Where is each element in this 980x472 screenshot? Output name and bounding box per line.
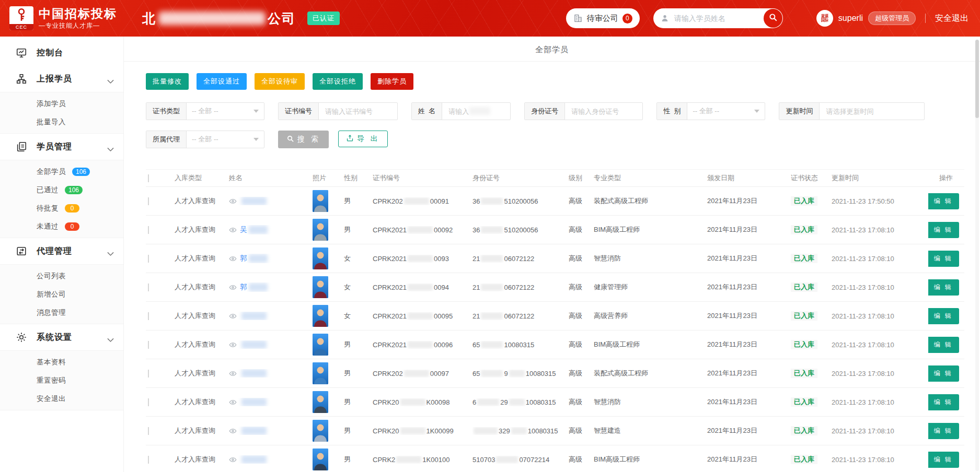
- row-checkbox[interactable]: [148, 312, 149, 320]
- set-all-reject-button[interactable]: 全部设拒绝: [313, 73, 363, 90]
- row-checkbox[interactable]: [148, 427, 149, 435]
- status-badge: 已入库: [791, 311, 817, 321]
- edit-button[interactable]: 编 辑: [928, 193, 959, 209]
- update-time-input[interactable]: [825, 107, 919, 116]
- select-all-checkbox[interactable]: [148, 174, 149, 182]
- sidebar-section-system-settings[interactable]: 系统设置: [0, 324, 123, 350]
- level: 高级: [569, 369, 594, 378]
- eye-icon[interactable]: [229, 197, 237, 205]
- cert-no-input[interactable]: [324, 107, 392, 116]
- sidebar-item-passed[interactable]: 已通过 106: [0, 181, 123, 199]
- edit-button[interactable]: 编 辑: [928, 222, 959, 238]
- row-checkbox[interactable]: [148, 398, 149, 406]
- eye-icon[interactable]: [229, 312, 237, 320]
- brand-subtitle: —专业技能人才库—: [39, 21, 117, 30]
- edit-button[interactable]: 编 辑: [928, 251, 959, 267]
- edit-button[interactable]: 编 辑: [928, 279, 959, 296]
- filter-row-2: 所属代理-- 全部 -- 搜 索 导 出: [146, 131, 964, 148]
- eye-icon[interactable]: [229, 255, 237, 263]
- eye-icon[interactable]: [229, 370, 237, 377]
- submenu-agent-mgmt: 公司列表 新增公司 消息管理: [0, 264, 123, 324]
- edit-button[interactable]: 编 辑: [928, 394, 959, 410]
- student-photo: [313, 219, 328, 241]
- sidebar-section-student-mgmt[interactable]: 学员管理: [0, 134, 123, 160]
- count-badge: 106: [72, 168, 90, 176]
- page-title: 全部学员: [124, 37, 980, 62]
- logout-link[interactable]: 安全退出: [935, 13, 969, 24]
- row-checkbox[interactable]: [148, 226, 149, 234]
- status-badge: 已入库: [791, 426, 817, 435]
- eye-icon[interactable]: [229, 341, 237, 349]
- cert-number: CPRK20K00098: [373, 398, 472, 406]
- row-checkbox[interactable]: [148, 341, 149, 349]
- sidebar-section-dashboard[interactable]: 控制台: [0, 40, 123, 66]
- search-icon: [286, 135, 297, 144]
- eye-icon[interactable]: [229, 456, 237, 464]
- org-icon: [16, 73, 27, 85]
- sidebar-item-message-mgmt[interactable]: 消息管理: [0, 303, 123, 322]
- edit-button[interactable]: 编 辑: [928, 365, 959, 382]
- set-all-review-button[interactable]: 全部设待审: [255, 73, 305, 90]
- sidebar-item-safe-logout[interactable]: 安全退出: [0, 390, 123, 408]
- col-header: 证书编号: [373, 173, 472, 183]
- edit-button[interactable]: 编 辑: [928, 423, 959, 439]
- row-checkbox[interactable]: [148, 370, 149, 377]
- edit-button[interactable]: 编 辑: [928, 308, 959, 324]
- redacted-text: [481, 370, 503, 377]
- selected-value: -- 全部 --: [693, 107, 719, 116]
- level: 高级: [569, 397, 594, 407]
- id-no-input[interactable]: [570, 107, 637, 116]
- redacted-name: [241, 312, 267, 320]
- set-all-pass-button[interactable]: 全部设通过: [197, 73, 247, 90]
- update-time: 2021-11-23 17:08:10: [832, 255, 928, 263]
- row-checkbox[interactable]: [148, 284, 149, 291]
- sidebar-item-pending-approval[interactable]: 待批复 0: [0, 199, 123, 217]
- update-time: 2021-11-23 17:08:10: [832, 226, 928, 234]
- profession-type: 装配式高级工程师: [594, 196, 707, 206]
- search-icon: [768, 13, 778, 24]
- eye-icon[interactable]: [229, 284, 237, 291]
- eye-icon[interactable]: [229, 398, 237, 406]
- sidebar-item-basic-profile[interactable]: 基本资料: [0, 353, 123, 371]
- eye-icon[interactable]: [229, 226, 237, 234]
- row-checkbox[interactable]: [148, 197, 149, 205]
- agent-select[interactable]: -- 全部 --: [187, 131, 264, 148]
- header-search-button[interactable]: [764, 9, 782, 28]
- sidebar-item-all-students[interactable]: 全部学员 106: [0, 162, 123, 181]
- sidebar-item-rejected[interactable]: 未通过 0: [0, 217, 123, 235]
- issue-date: 2021年11月23日: [707, 311, 791, 321]
- sidebar-section-report-students[interactable]: 上报学员: [0, 66, 123, 92]
- issue-date: 2021年11月23日: [707, 282, 791, 292]
- student-search-input[interactable]: [673, 14, 748, 23]
- caret-down-icon: [253, 138, 259, 141]
- avatar[interactable]: 蓝源 国际: [816, 10, 833, 27]
- batch-edit-button[interactable]: 批量修改: [146, 73, 189, 90]
- sidebar-item-company-list[interactable]: 公司列表: [0, 267, 123, 285]
- sidebar-item-reset-password[interactable]: 重置密码: [0, 371, 123, 390]
- sidebar-item-batch-import[interactable]: 批量导入: [0, 113, 123, 131]
- count-badge: 106: [65, 186, 83, 194]
- delete-students-button[interactable]: 删除学员: [371, 73, 413, 90]
- scrollbar[interactable]: [975, 40, 979, 471]
- export-button[interactable]: 导 出: [338, 131, 388, 147]
- gender-select[interactable]: -- 全部 --: [687, 103, 765, 120]
- student-name[interactable]: 吴: [240, 225, 247, 234]
- cert-type-select[interactable]: -- 全部 --: [187, 103, 264, 120]
- filter-update-time: 更新时间: [779, 102, 925, 120]
- sidebar-section-agent-mgmt[interactable]: 代理管理: [0, 238, 123, 264]
- redacted-text: [408, 341, 433, 348]
- student-name[interactable]: 郭: [240, 254, 247, 263]
- student-name[interactable]: 郭: [240, 282, 247, 292]
- edit-button[interactable]: 编 辑: [928, 452, 959, 468]
- row-checkbox[interactable]: [148, 456, 149, 464]
- edit-button[interactable]: 编 辑: [928, 337, 959, 353]
- verified-badge: 已认证: [307, 11, 340, 25]
- pending-companies-button[interactable]: 待审公司 0: [566, 8, 640, 28]
- status-badge: 已入库: [791, 282, 817, 292]
- sidebar-item-add-company[interactable]: 新增公司: [0, 285, 123, 303]
- filter-label: 证书类型: [146, 103, 187, 120]
- eye-icon[interactable]: [229, 427, 237, 435]
- search-button[interactable]: 搜 索: [278, 131, 329, 148]
- sidebar-item-add-student[interactable]: 添加学员: [0, 95, 123, 113]
- row-checkbox[interactable]: [148, 255, 149, 263]
